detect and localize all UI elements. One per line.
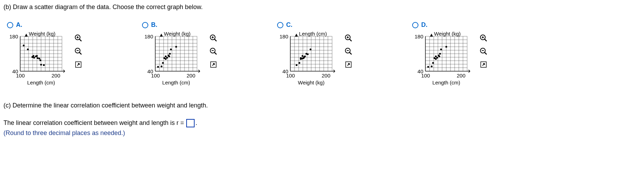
chart-c: ▲Length (cm) 180 40 100 200 Weight (kg)	[277, 32, 340, 88]
svg-line-123	[350, 52, 352, 54]
svg-point-32	[40, 64, 42, 66]
option-c: C. ▲Length (cm) 180 40 100 200 Weight (k…	[277, 21, 353, 88]
option-c-header[interactable]: C.	[277, 21, 353, 29]
chart-a: ▲Weight (kg) 180 40 100 200 Length (cm)	[7, 32, 70, 88]
zoom-out-icon[interactable]	[209, 47, 218, 56]
chart-a-ytick-top: 180	[7, 33, 18, 39]
svg-point-117	[309, 48, 311, 50]
radio-d[interactable]	[412, 22, 418, 28]
rounding-hint: (Round to three decimal places as needed…	[3, 129, 641, 137]
svg-point-33	[43, 64, 45, 66]
svg-line-165	[485, 52, 487, 54]
svg-point-28	[35, 55, 37, 57]
svg-point-154	[436, 57, 438, 59]
chart-c-ylabel: ▲Length (cm)	[294, 31, 327, 37]
svg-point-158	[440, 48, 442, 50]
svg-line-35	[79, 39, 81, 41]
svg-point-113	[304, 55, 306, 57]
chart-d: ▲Weight (kg) 180 40 100 200 Length (cm)	[412, 32, 475, 88]
option-a: A. ▲Weight (kg) 180 40 100 200 Length (c…	[7, 21, 83, 88]
svg-point-73	[169, 53, 171, 54]
option-b-label: B.	[151, 21, 157, 29]
chart-a-ylabel: ▲Weight (kg)	[24, 31, 55, 37]
answer-line: The linear correlation coefficient betwe…	[3, 119, 641, 127]
svg-point-156	[438, 54, 439, 56]
svg-point-26	[33, 57, 35, 59]
svg-line-161	[485, 39, 487, 41]
radio-c[interactable]	[277, 22, 283, 28]
chart-d-ylabel: ▲Weight (kg)	[429, 31, 461, 37]
zoom-out-icon[interactable]	[344, 47, 353, 56]
svg-point-114	[301, 55, 303, 57]
svg-point-149	[431, 66, 432, 67]
chart-b-xlabel: Length (cm)	[155, 80, 197, 85]
tools-b	[209, 33, 218, 69]
svg-point-153	[435, 55, 437, 57]
tools-c	[344, 33, 353, 69]
zoom-in-icon[interactable]	[209, 33, 218, 43]
r-input[interactable]	[186, 119, 195, 127]
chart-d-xlabel: Length (cm)	[425, 80, 467, 85]
chart-a-xlabel: Length (cm)	[20, 80, 62, 85]
svg-point-107	[298, 62, 300, 64]
svg-point-68	[165, 58, 166, 60]
chart-c-xlabel: Weight (kg)	[290, 80, 332, 85]
question-b-text: (b) Draw a scatter diagram of the data. …	[3, 3, 641, 11]
answer-prefix: The linear correlation coefficient betwe…	[3, 119, 186, 126]
radio-b[interactable]	[142, 22, 148, 28]
svg-point-22	[23, 45, 24, 46]
svg-point-74	[170, 48, 172, 50]
svg-point-69	[165, 55, 166, 57]
svg-point-23	[27, 48, 29, 50]
svg-point-30	[38, 58, 40, 59]
svg-point-152	[435, 58, 437, 60]
svg-point-72	[167, 54, 169, 56]
option-b: B. ▲Weight (kg) 180 40 100 200 Length (c…	[142, 21, 218, 88]
chart-b-ytick-top: 180	[142, 33, 153, 39]
svg-point-116	[307, 53, 308, 55]
options-row: A. ▲Weight (kg) 180 40 100 200 Length (c…	[3, 21, 641, 88]
option-a-label: A.	[16, 21, 22, 29]
option-b-header[interactable]: B.	[142, 21, 218, 29]
svg-point-148	[427, 66, 429, 68]
expand-icon[interactable]	[479, 60, 488, 69]
svg-point-159	[445, 46, 447, 47]
chart-c-plot	[290, 36, 332, 71]
chart-c-ytick-top: 180	[277, 33, 288, 39]
svg-line-39	[79, 52, 81, 54]
svg-point-70	[166, 57, 168, 59]
chart-d-plot	[425, 36, 467, 71]
option-d: D. ▲Weight (kg) 180 40 100 200 Length (c…	[412, 21, 488, 88]
answer-suffix: .	[195, 119, 197, 126]
zoom-in-icon[interactable]	[74, 33, 83, 43]
expand-icon[interactable]	[74, 60, 83, 69]
option-d-header[interactable]: D.	[412, 21, 488, 29]
chart-d-ytick-top: 180	[412, 33, 423, 39]
radio-a[interactable]	[7, 22, 13, 28]
svg-line-77	[214, 39, 217, 41]
svg-point-64	[157, 66, 159, 68]
svg-line-119	[350, 39, 352, 41]
question-c-text: (c) Determine the linear correlation coe…	[3, 102, 641, 109]
svg-point-75	[175, 46, 177, 47]
svg-point-150	[432, 62, 434, 64]
svg-line-81	[214, 52, 217, 54]
zoom-out-icon[interactable]	[74, 47, 83, 56]
expand-icon[interactable]	[344, 60, 353, 69]
chart-b: ▲Weight (kg) 180 40 100 200 Length (cm)	[142, 32, 205, 88]
chart-b-plot	[155, 36, 197, 71]
expand-icon[interactable]	[209, 60, 218, 69]
zoom-in-icon[interactable]	[479, 33, 488, 43]
svg-point-25	[31, 56, 33, 58]
svg-point-29	[37, 57, 38, 59]
tools-a	[74, 33, 83, 69]
svg-point-106	[296, 64, 297, 66]
option-c-label: C.	[286, 21, 292, 29]
zoom-out-icon[interactable]	[479, 47, 488, 56]
chart-b-ylabel: ▲Weight (kg)	[159, 31, 190, 37]
svg-point-31	[39, 59, 41, 61]
tools-d	[479, 33, 488, 69]
chart-a-plot	[20, 36, 62, 71]
option-a-header[interactable]: A.	[7, 21, 83, 29]
zoom-in-icon[interactable]	[344, 33, 353, 43]
